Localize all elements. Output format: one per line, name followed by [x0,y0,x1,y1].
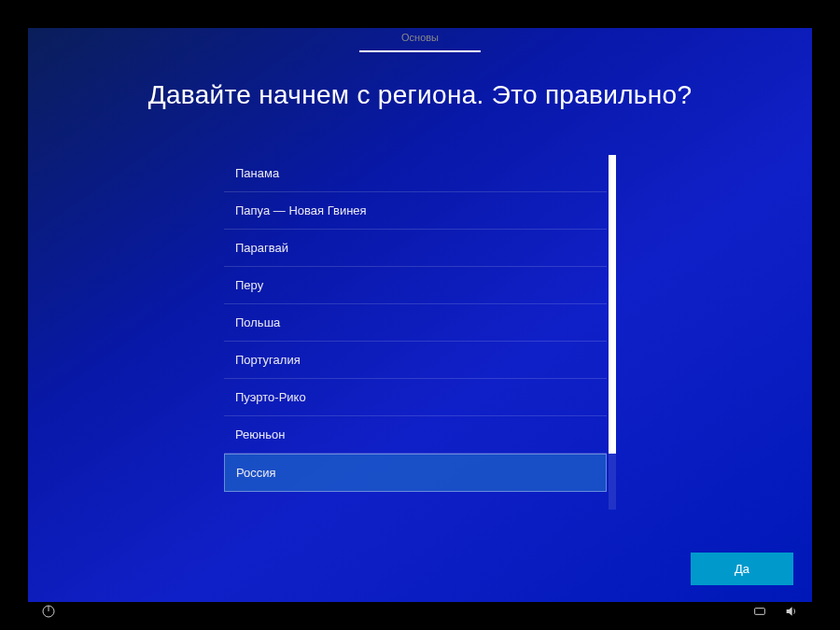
power-icon[interactable] [41,604,56,619]
taskbar [28,598,812,624]
accessibility-icon[interactable] [752,604,767,619]
progress-tabs: Основы [28,28,812,50]
tab-basics: Основы [375,28,465,50]
svg-rect-2 [755,609,765,615]
taskbar-right [752,604,799,619]
region-item[interactable]: Перу [224,267,607,304]
region-item[interactable]: Реюньон [224,416,607,454]
region-list-container: Панама Папуа — Новая Гвинея Парагвай Пер… [224,155,616,510]
volume-icon[interactable] [784,604,799,619]
region-item-selected[interactable]: Россия [224,454,607,492]
region-item[interactable]: Панама [224,155,607,192]
region-item[interactable]: Парагвай [224,230,607,267]
scrollbar-thumb[interactable] [609,155,616,454]
content-area: Давайте начнем с региона. Это правильно?… [28,52,812,541]
region-item[interactable]: Португалия [224,342,607,379]
scrollbar[interactable] [609,155,616,510]
region-item[interactable]: Польша [224,304,607,342]
yes-button[interactable]: Да [691,553,793,585]
footer: Да [28,541,812,602]
region-item[interactable]: Пуэрто-Рико [224,379,607,416]
page-title: Давайте начнем с региона. Это правильно? [148,80,693,110]
oobe-screen: Основы Давайте начнем с региона. Это пра… [28,28,812,602]
region-list[interactable]: Панама Папуа — Новая Гвинея Парагвай Пер… [224,155,607,510]
taskbar-left [41,604,56,619]
region-item[interactable]: Папуа — Новая Гвинея [224,192,607,230]
